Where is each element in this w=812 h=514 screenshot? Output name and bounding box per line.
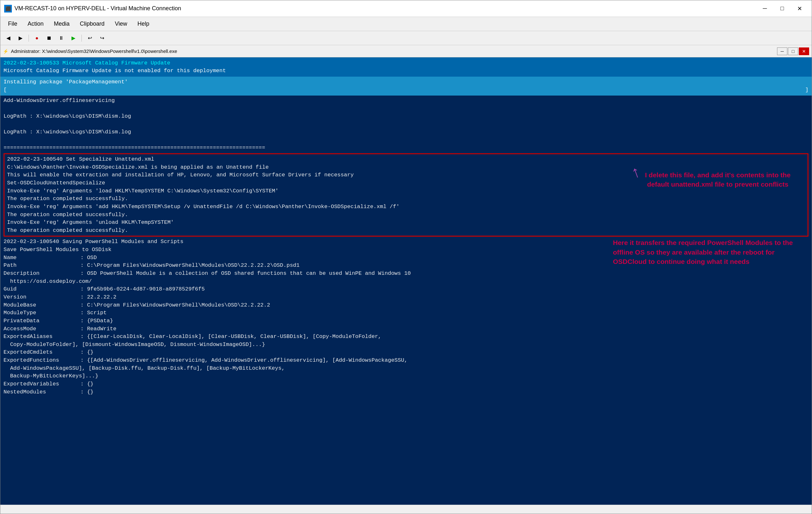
section2-header-wrap: 2022-02-23-100540 Saving PowerShell Modu… [3,238,809,254]
mod-desc2: https://osd.osdeploy.com/ [3,278,809,286]
mod-aliases: ExportedAliases: {[Clear-LocalDisk, Clea… [3,333,809,341]
vm-connection-window: ⬛ VM-RECAST-10 on HYPERV-DELL - Virtual … [0,0,812,514]
toolbar-separator-1 [29,35,29,42]
title-bar-buttons: ─ □ ✕ [757,3,808,15]
blank-line-3 [3,136,809,144]
annotation-section2: Here it transfers the required PowerShel… [613,238,805,266]
ps-window: ⚡ Administrator: X:\windows\System32\Win… [0,45,812,514]
menu-file[interactable]: File [3,19,23,29]
installing-block: Installing package 'PackageManagement' [… [0,77,812,95]
toolbar-stop[interactable]: ⏹ [44,33,55,43]
annotation-red-box: I delete this file, and add it's content… [638,170,798,189]
ps-close-button[interactable]: ✕ [799,48,809,55]
menu-bar: File Action Media Clipboard View Help [0,17,812,31]
mod-funcs3: Backup-MyBitLockerKeys]...} [3,372,809,380]
title-bar: ⬛ VM-RECAST-10 on HYPERV-DELL - Virtual … [0,0,812,17]
maximize-button[interactable]: □ [774,3,790,15]
specialize-header: 2022-02-23-100540 Set Specialize Unatten… [7,155,805,164]
mod-cmdlets: ExportedCmdlets: {} [3,348,809,356]
toolbar-redo[interactable]: ↪ [96,33,107,43]
toolbar-forward[interactable]: ▶ [15,33,26,43]
toolbar-record[interactable]: ● [31,33,42,43]
window-icon: ⬛ [4,5,12,12]
log-line-1: LogPath : X:\windows\Logs\DISM\dism.log [3,113,809,120]
toolbar-pause[interactable]: ⏸ [56,33,67,43]
progress-right: ] [805,86,809,94]
separator-line: ========================================… [3,144,809,152]
firmware-body: Microsoft Catalog Firmware Update is not… [3,67,809,75]
minimize-button[interactable]: ─ [757,3,773,15]
mod-aliases2: Copy-ModuleToFolder], [Dismount-WindowsI… [3,341,809,349]
red-box-section: 2022-02-23-100540 Set Specialize Unatten… [3,153,809,237]
ps-title-buttons: ─ □ ✕ [777,48,809,55]
specialize-line6: The operation completed successfully. [7,195,805,203]
specialize-line7: Invoke-Exe 'reg' Arguments 'add HKLM\Tem… [7,203,805,211]
status-bar [0,505,812,514]
ps-console: 2022-02-23-100533 Microsoft Catalog Firm… [0,57,812,505]
toolbar-back[interactable]: ◀ [3,33,14,43]
specialize-line9: Invoke-Exe 'reg' Arguments 'unload HKLM\… [7,219,805,227]
mod-access: AccessMode: ReadWrite [3,325,809,333]
installing-line: Installing package 'PackageManagement' [3,78,809,86]
close-button[interactable]: ✕ [791,3,808,15]
toolbar-undo[interactable]: ↩ [84,33,95,43]
mod-funcs2: Add-WindowsPackageSSU], [Backup-Disk.ffu… [3,365,809,373]
toolbar: ◀ ▶ ● ⏹ ⏸ ▶ ↩ ↪ [0,31,812,45]
driver-line: Add-WindowsDriver.offlineservicing [3,97,809,105]
ps-window-title: Administrator: X:\windows\System32\Windo… [11,49,777,54]
progress-line: [ ] [3,86,809,94]
specialize-line8: The operation completed successfully. [7,211,805,219]
mod-privdata: PrivateData: {PSData} [3,317,809,325]
mod-nested: NestedModules: {} [3,388,809,396]
specialize-line10: The operation completed successfully. [7,227,805,235]
mod-desc: Description: OSD PowerShell Module is a … [3,270,809,278]
toolbar-separator-2 [81,35,82,42]
firmware-block: 2022-02-23-100533 Microsoft Catalog Firm… [0,57,812,77]
progress-left: [ [3,86,7,94]
ps-title-bar: ⚡ Administrator: X:\windows\System32\Win… [0,45,812,57]
menu-media[interactable]: Media [49,19,75,29]
ps-minimize-button[interactable]: ─ [777,48,787,55]
console-body: Add-WindowsDriver.offlineservicing LogPa… [0,95,812,505]
mod-base: ModuleBase: C:\Program Files\WindowsPowe… [3,302,809,309]
toolbar-play[interactable]: ▶ [68,33,79,43]
mod-funcs: ExportedFunctions: {[Add-WindowsDriver.o… [3,356,809,365]
menu-help[interactable]: Help [133,19,154,29]
blank-line-1 [3,105,809,113]
menu-action[interactable]: Action [23,19,49,29]
mod-vars: ExportedVariables: {} [3,380,809,388]
menu-view[interactable]: View [110,19,133,29]
mod-version: Version: 22.2.22.2 [3,293,809,302]
mod-guid: Guid: 9fe5b9b6-0224-4d87-9018-a8978529f6… [3,285,809,293]
log-line-3: LogPath : X:\windows\Logs\DISM\dism.log [3,128,809,136]
menu-clipboard[interactable]: Clipboard [75,19,110,29]
ps-maximize-button[interactable]: □ [788,48,798,55]
mod-type: ModuleType: Script [3,309,809,317]
window-title: VM-RECAST-10 on HYPERV-DELL - Virtual Ma… [14,5,757,12]
blank-line-2 [3,120,809,128]
firmware-header: 2022-02-23-100533 Microsoft Catalog Firm… [3,59,809,67]
